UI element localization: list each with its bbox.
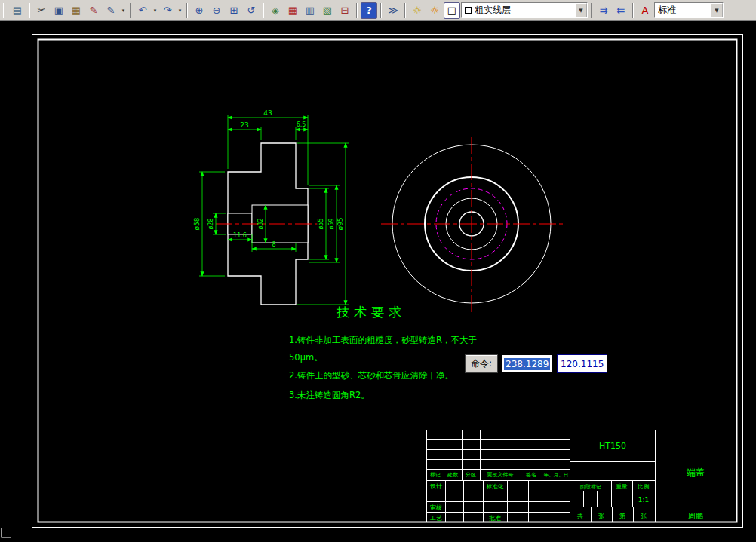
paste-icon[interactable]: ▦ — [68, 2, 85, 19]
redo-icon[interactable]: ↷ — [159, 2, 176, 19]
command-input-y-value: 120.1115 — [559, 358, 605, 370]
dim-spigot[interactable]: ø59 — [309, 185, 340, 262]
tb-header-mark: 标记 — [429, 472, 441, 478]
toolbar-separator — [356, 3, 358, 18]
layer-combo[interactable]: 粗实线层▼ — [461, 2, 588, 18]
text-style-combo-value: 标准 — [658, 4, 708, 17]
tb-author: 周鹏 — [688, 512, 703, 520]
dim-label-d28[interactable]: ø28 — [207, 218, 214, 229]
tb-label-review: 审核 — [430, 504, 442, 511]
zoom-in-icon[interactable]: ⊕ — [191, 2, 207, 19]
text-style-icon[interactable]: A — [637, 2, 653, 19]
tech-req-line-1: 1.铸件非加工表面的粗糙度，砂型铸造R，不大于 — [289, 335, 477, 345]
dim-lip[interactable]: 6.5 — [296, 121, 308, 140]
zoom-window-icon[interactable]: ⊞ — [226, 2, 242, 19]
tech-req-line-2: 50μm。 — [289, 352, 323, 363]
zoom-previous-icon[interactable]: ↺ — [243, 2, 260, 19]
toolbar-grip[interactable] — [3, 3, 5, 18]
undo-icon[interactable]: ↶ — [134, 2, 151, 19]
display-window-icon[interactable]: ⊟ — [337, 2, 353, 19]
tb-label-design: 设计 — [430, 483, 442, 490]
tb-header-sign: 签名 — [526, 472, 536, 478]
dim-label-d55[interactable]: ø55 — [318, 218, 324, 229]
format-painter-icon[interactable]: ✎ — [85, 2, 102, 19]
main-toolbar: ▤✂▣▦✎✎▾↶▾↷▾⊕⊖⊞↺◈▦▥▧⊟?≫☼☼□粗实线层▼⇉⇇A标准▼ — [0, 0, 756, 21]
layer-combo-value: 粗实线层 — [475, 4, 572, 17]
dim-label-d95[interactable]: ø95 — [337, 218, 344, 231]
frame-settings-icon[interactable]: ▥ — [302, 2, 318, 19]
sheet-set-icon[interactable]: ▤ — [9, 2, 26, 19]
tb-sheets-zhang1: 张 — [598, 513, 604, 519]
dim-label-6-5[interactable]: 6.5 — [297, 121, 306, 128]
dim-label-d58[interactable]: ø58 — [193, 217, 201, 230]
dim-label-11-6[interactable]: 11.6 — [233, 232, 247, 239]
dim-label-43[interactable]: 43 — [263, 109, 272, 117]
help-icon[interactable]: ? — [361, 2, 377, 19]
cut-icon[interactable]: ✂ — [33, 2, 50, 19]
tb-header-zone: 分区 — [465, 472, 476, 478]
tb-label-scale: 比例 — [638, 483, 650, 490]
pan-icon[interactable]: ◈ — [267, 2, 284, 19]
front-view[interactable] — [381, 137, 564, 312]
technical-requirements: 技术要求 1.铸件非加工表面的粗糙度，砂型铸造R，不大于 50μm。 2.铸件上… — [289, 305, 477, 400]
tech-req-title: 技术要求 — [336, 305, 406, 320]
redo-caret[interactable]: ▾ — [177, 2, 183, 19]
tb-header-count: 处数 — [447, 472, 459, 478]
undo-caret[interactable]: ▾ — [152, 2, 158, 19]
dim-label-d59[interactable]: ø59 — [328, 218, 335, 229]
move-to-layer-icon[interactable]: ⇉ — [595, 2, 612, 19]
grid-snap-icon[interactable]: ▦ — [284, 2, 301, 19]
command-overlay: 命令: 238.1289 120.1115 — [465, 354, 607, 373]
raster-icon[interactable]: ▧ — [319, 2, 336, 19]
dim-label-23[interactable]: 23 — [240, 121, 248, 129]
tb-label-approve: 批准 — [489, 515, 501, 522]
more-tools-icon[interactable]: ≫ — [385, 2, 401, 19]
layer-visibility-icon[interactable]: ☼ — [409, 2, 426, 19]
dim-flange-offset[interactable]: 23 — [228, 121, 261, 140]
tb-part-name: 端盖 — [687, 467, 705, 478]
layer-combo-arrow-icon[interactable]: ▼ — [575, 3, 587, 17]
section-view[interactable] — [216, 143, 317, 305]
dim-label-d32[interactable]: ø32 — [257, 218, 264, 229]
command-input-y[interactable]: 120.1115 — [557, 354, 607, 373]
tb-material: HT150 — [599, 441, 626, 451]
toolbar-separator — [404, 3, 406, 18]
dim-label-8[interactable]: 8 — [272, 241, 275, 248]
ucs-axis-icon — [2, 528, 11, 537]
zoom-out-icon[interactable]: ⊖ — [208, 2, 225, 19]
title-block: 标记 处数 分区 更改文件号 签名 年、月、日 设计 标准化 审核 工艺 批准 … — [427, 430, 737, 522]
tb-scale-value: 1:1 — [638, 496, 649, 504]
toolbar-separator — [263, 3, 264, 18]
text-style-combo[interactable]: 标准▼ — [654, 2, 724, 18]
dim-boss-right[interactable]: ø55 — [309, 188, 329, 259]
drawing-area[interactable]: 43 23 6.5 ø58 — [0, 21, 756, 542]
tb-sheets-zhang2: 张 — [641, 513, 647, 519]
command-input-x-value: 238.1289 — [504, 358, 550, 370]
tb-label-weight: 重量 — [616, 483, 628, 490]
text-style-combo-arrow-icon[interactable]: ▼ — [711, 3, 723, 17]
tb-label-stage: 阶段标记 — [580, 484, 601, 490]
tb-header-date: 年、月、日 — [544, 472, 569, 478]
tech-req-line-3: 2.铸件上的型砂、芯砂和芯骨应清除干净。 — [289, 370, 453, 381]
edit-properties-caret[interactable]: ▾ — [120, 2, 127, 19]
drawing-viewport[interactable]: 43 23 6.5 ø58 — [0, 21, 756, 542]
copy-layer-icon[interactable]: ⇇ — [613, 2, 629, 19]
tb-label-standardization: 标准化 — [486, 483, 504, 490]
toolbar-separator — [591, 3, 592, 18]
cad-application-window: ▤✂▣▦✎✎▾↶▾↷▾⊕⊖⊞↺◈▦▥▧⊟?≫☼☼□粗实线层▼⇉⇇A标准▼ — [0, 0, 756, 542]
toolbar-separator — [130, 3, 131, 18]
command-label: 命令: — [465, 354, 498, 373]
tb-header-docno: 更改文件号 — [487, 471, 514, 478]
edit-properties-icon[interactable]: ✎ — [103, 2, 119, 19]
command-input-x[interactable]: 238.1289 — [502, 354, 553, 373]
layer-color-swatch — [465, 7, 472, 14]
tb-sheets-page: 第 — [619, 513, 625, 519]
toolbar-separator — [186, 3, 188, 18]
tech-req-line-4: 3.未注铸造圆角R2。 — [289, 390, 370, 400]
toolbar-separator — [29, 3, 30, 18]
layer-lock-icon[interactable]: ☼ — [426, 2, 443, 19]
toolbar-separator — [632, 3, 634, 18]
tb-label-process: 工艺 — [430, 515, 442, 522]
layer-color-icon[interactable]: □ — [444, 2, 460, 19]
copy-icon[interactable]: ▣ — [51, 2, 67, 19]
